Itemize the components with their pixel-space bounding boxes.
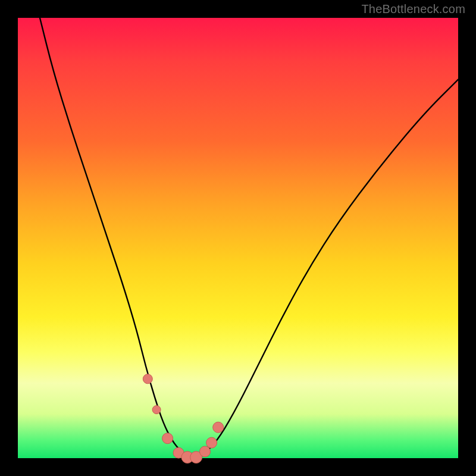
marker-dot: [206, 437, 217, 448]
marker-dot: [143, 374, 152, 384]
watermark-text: TheBottleneck.com: [361, 2, 465, 16]
curve-markers: [143, 374, 223, 464]
marker-dot: [200, 446, 211, 457]
marker-dot: [213, 422, 224, 433]
marker-dot: [152, 406, 161, 414]
outer-frame: TheBottleneck.com: [0, 0, 476, 476]
bottleneck-curve: [40, 18, 458, 457]
plot-area: [18, 18, 458, 458]
marker-dot: [162, 433, 173, 444]
chart-svg: [18, 18, 458, 458]
